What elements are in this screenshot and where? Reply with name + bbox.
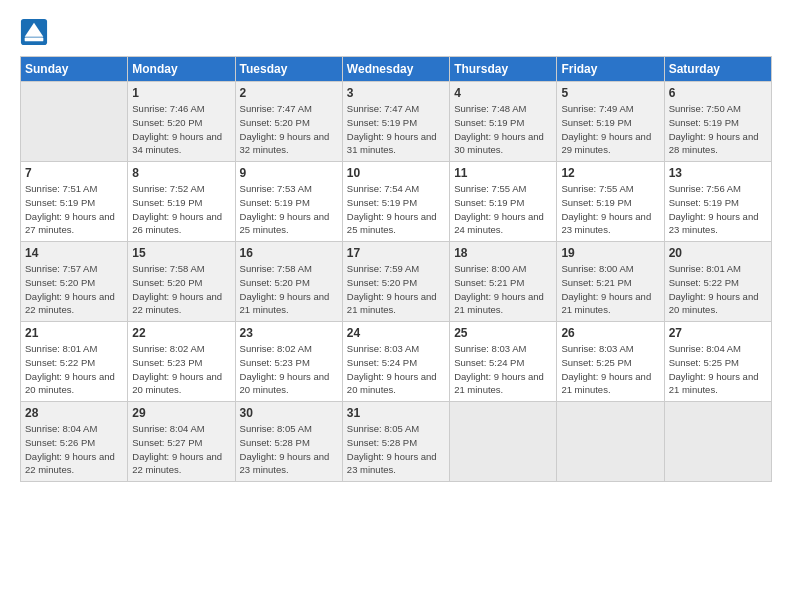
svg-rect-2 xyxy=(25,38,44,42)
week-row-4: 21Sunrise: 8:01 AMSunset: 5:22 PMDayligh… xyxy=(21,322,772,402)
day-number: 28 xyxy=(25,406,123,420)
day-detail: Sunrise: 8:05 AMSunset: 5:28 PMDaylight:… xyxy=(347,422,445,477)
day-number: 1 xyxy=(132,86,230,100)
day-cell: 15Sunrise: 7:58 AMSunset: 5:20 PMDayligh… xyxy=(128,242,235,322)
day-number: 27 xyxy=(669,326,767,340)
day-number: 14 xyxy=(25,246,123,260)
day-number: 4 xyxy=(454,86,552,100)
week-row-2: 7Sunrise: 7:51 AMSunset: 5:19 PMDaylight… xyxy=(21,162,772,242)
day-number: 30 xyxy=(240,406,338,420)
day-cell: 10Sunrise: 7:54 AMSunset: 5:19 PMDayligh… xyxy=(342,162,449,242)
day-detail: Sunrise: 7:47 AMSunset: 5:20 PMDaylight:… xyxy=(240,102,338,157)
day-detail: Sunrise: 7:48 AMSunset: 5:19 PMDaylight:… xyxy=(454,102,552,157)
day-cell: 6Sunrise: 7:50 AMSunset: 5:19 PMDaylight… xyxy=(664,82,771,162)
day-detail: Sunrise: 7:50 AMSunset: 5:19 PMDaylight:… xyxy=(669,102,767,157)
day-detail: Sunrise: 8:04 AMSunset: 5:26 PMDaylight:… xyxy=(25,422,123,477)
day-cell: 9Sunrise: 7:53 AMSunset: 5:19 PMDaylight… xyxy=(235,162,342,242)
page: SundayMondayTuesdayWednesdayThursdayFrid… xyxy=(0,0,792,612)
day-number: 19 xyxy=(561,246,659,260)
col-header-monday: Monday xyxy=(128,57,235,82)
day-cell: 14Sunrise: 7:57 AMSunset: 5:20 PMDayligh… xyxy=(21,242,128,322)
day-detail: Sunrise: 7:59 AMSunset: 5:20 PMDaylight:… xyxy=(347,262,445,317)
day-detail: Sunrise: 8:02 AMSunset: 5:23 PMDaylight:… xyxy=(240,342,338,397)
day-detail: Sunrise: 8:03 AMSunset: 5:25 PMDaylight:… xyxy=(561,342,659,397)
day-detail: Sunrise: 8:04 AMSunset: 5:25 PMDaylight:… xyxy=(669,342,767,397)
day-number: 18 xyxy=(454,246,552,260)
day-detail: Sunrise: 8:02 AMSunset: 5:23 PMDaylight:… xyxy=(132,342,230,397)
day-number: 6 xyxy=(669,86,767,100)
day-cell: 12Sunrise: 7:55 AMSunset: 5:19 PMDayligh… xyxy=(557,162,664,242)
day-detail: Sunrise: 7:51 AMSunset: 5:19 PMDaylight:… xyxy=(25,182,123,237)
day-number: 31 xyxy=(347,406,445,420)
day-detail: Sunrise: 7:53 AMSunset: 5:19 PMDaylight:… xyxy=(240,182,338,237)
day-number: 10 xyxy=(347,166,445,180)
day-number: 25 xyxy=(454,326,552,340)
day-detail: Sunrise: 7:49 AMSunset: 5:19 PMDaylight:… xyxy=(561,102,659,157)
day-cell: 24Sunrise: 8:03 AMSunset: 5:24 PMDayligh… xyxy=(342,322,449,402)
day-detail: Sunrise: 7:57 AMSunset: 5:20 PMDaylight:… xyxy=(25,262,123,317)
day-cell: 18Sunrise: 8:00 AMSunset: 5:21 PMDayligh… xyxy=(450,242,557,322)
day-detail: Sunrise: 8:03 AMSunset: 5:24 PMDaylight:… xyxy=(454,342,552,397)
day-detail: Sunrise: 8:00 AMSunset: 5:21 PMDaylight:… xyxy=(561,262,659,317)
day-cell xyxy=(557,402,664,482)
day-number: 26 xyxy=(561,326,659,340)
day-detail: Sunrise: 8:01 AMSunset: 5:22 PMDaylight:… xyxy=(25,342,123,397)
week-row-3: 14Sunrise: 7:57 AMSunset: 5:20 PMDayligh… xyxy=(21,242,772,322)
day-number: 12 xyxy=(561,166,659,180)
calendar-header-row: SundayMondayTuesdayWednesdayThursdayFrid… xyxy=(21,57,772,82)
day-cell: 22Sunrise: 8:02 AMSunset: 5:23 PMDayligh… xyxy=(128,322,235,402)
day-detail: Sunrise: 7:46 AMSunset: 5:20 PMDaylight:… xyxy=(132,102,230,157)
day-detail: Sunrise: 8:03 AMSunset: 5:24 PMDaylight:… xyxy=(347,342,445,397)
day-detail: Sunrise: 7:55 AMSunset: 5:19 PMDaylight:… xyxy=(561,182,659,237)
day-number: 7 xyxy=(25,166,123,180)
day-number: 11 xyxy=(454,166,552,180)
day-number: 22 xyxy=(132,326,230,340)
day-cell: 7Sunrise: 7:51 AMSunset: 5:19 PMDaylight… xyxy=(21,162,128,242)
day-detail: Sunrise: 7:58 AMSunset: 5:20 PMDaylight:… xyxy=(240,262,338,317)
day-number: 2 xyxy=(240,86,338,100)
day-cell: 26Sunrise: 8:03 AMSunset: 5:25 PMDayligh… xyxy=(557,322,664,402)
day-cell: 30Sunrise: 8:05 AMSunset: 5:28 PMDayligh… xyxy=(235,402,342,482)
day-number: 5 xyxy=(561,86,659,100)
day-cell: 17Sunrise: 7:59 AMSunset: 5:20 PMDayligh… xyxy=(342,242,449,322)
col-header-thursday: Thursday xyxy=(450,57,557,82)
col-header-saturday: Saturday xyxy=(664,57,771,82)
col-header-tuesday: Tuesday xyxy=(235,57,342,82)
day-cell: 20Sunrise: 8:01 AMSunset: 5:22 PMDayligh… xyxy=(664,242,771,322)
day-cell: 28Sunrise: 8:04 AMSunset: 5:26 PMDayligh… xyxy=(21,402,128,482)
day-cell xyxy=(664,402,771,482)
day-cell: 27Sunrise: 8:04 AMSunset: 5:25 PMDayligh… xyxy=(664,322,771,402)
day-detail: Sunrise: 7:52 AMSunset: 5:19 PMDaylight:… xyxy=(132,182,230,237)
day-cell: 19Sunrise: 8:00 AMSunset: 5:21 PMDayligh… xyxy=(557,242,664,322)
day-detail: Sunrise: 8:01 AMSunset: 5:22 PMDaylight:… xyxy=(669,262,767,317)
day-cell: 31Sunrise: 8:05 AMSunset: 5:28 PMDayligh… xyxy=(342,402,449,482)
day-number: 23 xyxy=(240,326,338,340)
day-number: 13 xyxy=(669,166,767,180)
day-cell: 13Sunrise: 7:56 AMSunset: 5:19 PMDayligh… xyxy=(664,162,771,242)
day-number: 9 xyxy=(240,166,338,180)
week-row-1: 1Sunrise: 7:46 AMSunset: 5:20 PMDaylight… xyxy=(21,82,772,162)
day-number: 3 xyxy=(347,86,445,100)
day-cell: 8Sunrise: 7:52 AMSunset: 5:19 PMDaylight… xyxy=(128,162,235,242)
day-detail: Sunrise: 8:00 AMSunset: 5:21 PMDaylight:… xyxy=(454,262,552,317)
day-detail: Sunrise: 8:04 AMSunset: 5:27 PMDaylight:… xyxy=(132,422,230,477)
day-detail: Sunrise: 7:47 AMSunset: 5:19 PMDaylight:… xyxy=(347,102,445,157)
header xyxy=(20,18,772,46)
day-detail: Sunrise: 7:58 AMSunset: 5:20 PMDaylight:… xyxy=(132,262,230,317)
col-header-friday: Friday xyxy=(557,57,664,82)
col-header-sunday: Sunday xyxy=(21,57,128,82)
day-number: 16 xyxy=(240,246,338,260)
day-cell: 16Sunrise: 7:58 AMSunset: 5:20 PMDayligh… xyxy=(235,242,342,322)
day-number: 17 xyxy=(347,246,445,260)
day-cell: 2Sunrise: 7:47 AMSunset: 5:20 PMDaylight… xyxy=(235,82,342,162)
day-number: 21 xyxy=(25,326,123,340)
day-cell: 23Sunrise: 8:02 AMSunset: 5:23 PMDayligh… xyxy=(235,322,342,402)
week-row-5: 28Sunrise: 8:04 AMSunset: 5:26 PMDayligh… xyxy=(21,402,772,482)
logo xyxy=(20,18,52,46)
day-cell: 29Sunrise: 8:04 AMSunset: 5:27 PMDayligh… xyxy=(128,402,235,482)
day-cell: 4Sunrise: 7:48 AMSunset: 5:19 PMDaylight… xyxy=(450,82,557,162)
day-number: 8 xyxy=(132,166,230,180)
day-detail: Sunrise: 7:56 AMSunset: 5:19 PMDaylight:… xyxy=(669,182,767,237)
day-cell xyxy=(450,402,557,482)
day-detail: Sunrise: 7:55 AMSunset: 5:19 PMDaylight:… xyxy=(454,182,552,237)
